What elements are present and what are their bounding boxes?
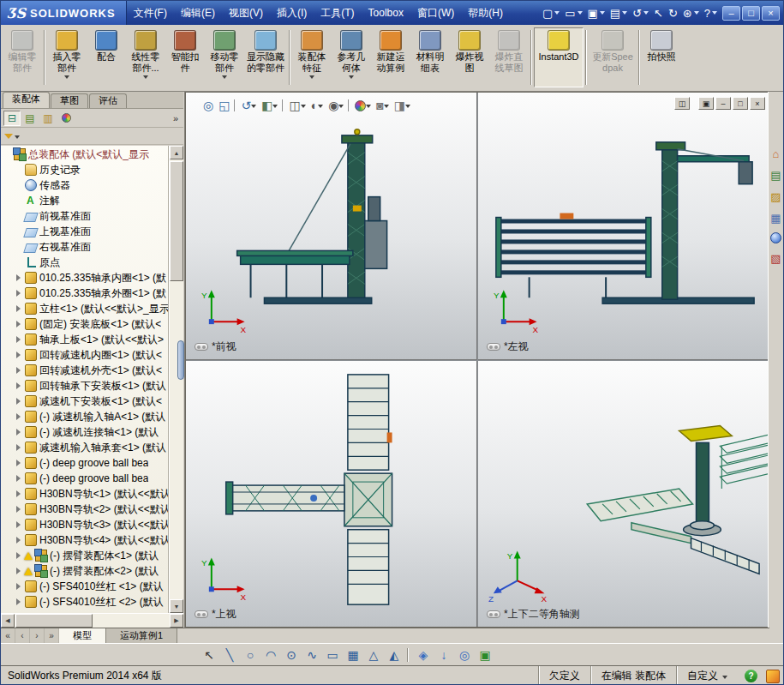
tree-item[interactable]: 回转减速机外壳<1> (默认<: [1, 363, 168, 378]
menu-item[interactable]: 编辑(E): [174, 2, 222, 24]
tree-item[interactable]: (-) 减速机输入轴A<1> (默认: [1, 409, 168, 424]
dropdown-arrow-icon[interactable]: [143, 75, 148, 79]
rebuild-icon[interactable]: ↻: [666, 4, 680, 21]
expand-arrow-icon[interactable]: [15, 273, 23, 282]
tree-item[interactable]: H30BN导轨<3> (默认<<默认: [1, 517, 168, 532]
expand-arrow-icon[interactable]: [15, 567, 23, 575]
section-view-icon[interactable]: ◧: [260, 97, 279, 114]
overflow-chevron-icon[interactable]: »: [171, 113, 181, 123]
previous-view-icon[interactable]: ↺: [239, 97, 258, 114]
polygon-icon[interactable]: △: [364, 646, 383, 664]
appearance-icon[interactable]: [353, 97, 373, 114]
expand-arrow-icon[interactable]: [15, 551, 23, 560]
document-tab[interactable]: 运动算例1: [106, 628, 177, 643]
tree-item[interactable]: 传感器: [1, 177, 168, 193]
filter-funnel-icon[interactable]: [4, 134, 13, 139]
tree-item[interactable]: (-) 摆臂装配体<1> (默认: [1, 548, 168, 563]
panel-tab[interactable]: 草图: [51, 93, 88, 108]
expand-arrow-icon[interactable]: [15, 536, 23, 544]
tree-item[interactable]: 原点: [1, 255, 168, 270]
options-icon[interactable]: ⊛: [680, 4, 702, 21]
tree-item[interactable]: H30BN导轨<2> (默认<<默认: [1, 502, 168, 517]
help-badge-icon[interactable]: ?: [745, 670, 757, 682]
expand-arrow-icon[interactable]: [15, 582, 23, 591]
arc-icon[interactable]: ◠: [261, 646, 280, 664]
expand-arrow-icon[interactable]: [15, 412, 23, 421]
design-library-icon[interactable]: ▤: [769, 168, 783, 182]
ellipse-icon[interactable]: ⊙: [282, 646, 301, 664]
doc-restore-button[interactable]: □: [733, 97, 748, 110]
tree-item[interactable]: (-) deep groove ball bea: [1, 455, 168, 471]
tree-item[interactable]: 总装配体 (默认<默认_显示: [1, 147, 168, 162]
menu-item[interactable]: 窗口(W): [410, 2, 461, 24]
menu-item[interactable]: 插入(I): [270, 2, 314, 24]
menu-item[interactable]: Toolbox: [362, 2, 410, 24]
tree-horizontal-scrollbar[interactable]: ◀ ▶: [1, 613, 183, 628]
dropdown-arrow-icon[interactable]: [349, 75, 354, 79]
expand-arrow-icon[interactable]: [15, 304, 23, 313]
tree-item[interactable]: H30BN导轨<4> (默认<<默认: [1, 532, 168, 548]
expand-arrow-icon[interactable]: [15, 443, 23, 452]
help-icon[interactable]: ?: [702, 4, 720, 21]
insert-component-button[interactable]: 插入零部件: [47, 27, 87, 87]
filter-dropdown-icon[interactable]: [15, 135, 20, 139]
custom-properties-icon[interactable]: ▧: [769, 251, 783, 265]
scroll-left-icon[interactable]: ‹: [15, 628, 30, 643]
translate-view-icon[interactable]: ↓: [434, 646, 453, 664]
expand-arrow-icon[interactable]: [15, 490, 23, 498]
viewport-front[interactable]: Y X *前视: [186, 93, 477, 360]
undo-icon[interactable]: ↺: [630, 4, 651, 21]
dropdown-arrow-icon[interactable]: [309, 75, 314, 79]
show-hidden-components-button[interactable]: 显示隐藏的零部件: [244, 27, 287, 87]
tree-item[interactable]: 回转减速机内圈<1> (默认<: [1, 347, 168, 363]
splitter-handle[interactable]: [177, 340, 184, 380]
tree-item[interactable]: (固定) 安装底板<1> (默认<: [1, 316, 168, 332]
tree-item[interactable]: 右视基准面: [1, 239, 168, 255]
tree-item[interactable]: 前视基准面: [1, 208, 168, 224]
line-icon[interactable]: ╲: [220, 646, 239, 664]
maximize-button[interactable]: □: [742, 6, 760, 21]
panel-tab[interactable]: 装配体: [3, 92, 50, 108]
tree-item[interactable]: 上视基准面: [1, 224, 168, 239]
viewport-top[interactable]: Y X *上视: [186, 361, 477, 627]
configurationmanager-icon[interactable]: ▥: [39, 111, 57, 126]
dropdown-arrow-icon[interactable]: [222, 75, 227, 79]
panel-tab[interactable]: 评估: [89, 93, 127, 108]
view-orientation-icon[interactable]: ◫: [287, 97, 307, 114]
reference-geometry-button[interactable]: 参考几何体: [332, 27, 371, 87]
tree-item[interactable]: (-) SFS4010丝杠 <2> (默认: [1, 594, 168, 610]
scroll-right-icon[interactable]: ›: [30, 628, 45, 643]
menu-item[interactable]: 文件(F): [127, 2, 174, 24]
new-document-icon[interactable]: ▢: [540, 4, 562, 21]
tree-item[interactable]: 010.25.335轴承内圈<1> (默: [1, 270, 168, 285]
document-tab[interactable]: 模型: [59, 628, 106, 643]
zoom-area-icon[interactable]: ◱: [217, 97, 231, 114]
viewport-split-icon[interactable]: ◫: [674, 97, 690, 110]
solidworks-resources-icon[interactable]: ⌂: [769, 147, 783, 160]
doc-close-button[interactable]: ×: [750, 97, 765, 110]
expand-arrow-icon[interactable]: [15, 351, 23, 359]
expand-arrow-icon[interactable]: [15, 320, 23, 328]
tree-item[interactable]: H30BN导轨<1> (默认<<默认: [1, 486, 168, 502]
spline-icon[interactable]: ∿: [302, 646, 321, 664]
zoom-fit-icon[interactable]: ◎: [201, 97, 215, 114]
instant3d-button[interactable]: Instant3D: [534, 27, 584, 87]
pattern-icon[interactable]: ▦: [344, 646, 362, 664]
smart-fasteners-button[interactable]: 智能扣件: [165, 27, 205, 87]
tree-item[interactable]: (-) deep groove ball bea: [1, 471, 168, 486]
scene-icon[interactable]: ◙: [374, 97, 390, 114]
scroll-first-icon[interactable]: «: [1, 628, 15, 643]
expand-arrow-icon[interactable]: [15, 397, 23, 406]
scroll-down-icon[interactable]: ▼: [170, 599, 183, 613]
expand-arrow-icon[interactable]: [15, 366, 23, 375]
circle-icon[interactable]: ○: [241, 646, 260, 664]
featuremanager-tree-icon[interactable]: ⊟: [3, 111, 21, 126]
explode-line-sketch-button[interactable]: 爆炸直线草图: [489, 27, 529, 87]
custom-dropdown-icon[interactable]: [722, 676, 727, 679]
tree-item[interactable]: 010.25.335轴承外圈<1> (默: [1, 285, 168, 301]
quick-tips-icon[interactable]: [766, 670, 780, 683]
scroll-right-icon[interactable]: ▶: [170, 614, 183, 628]
tree-item[interactable]: 减速机输入轴承套<1> (默认: [1, 440, 168, 455]
tree-item[interactable]: 回转轴承下安装板<1> (默认: [1, 378, 168, 394]
view-palette-icon[interactable]: ▦: [769, 211, 783, 225]
